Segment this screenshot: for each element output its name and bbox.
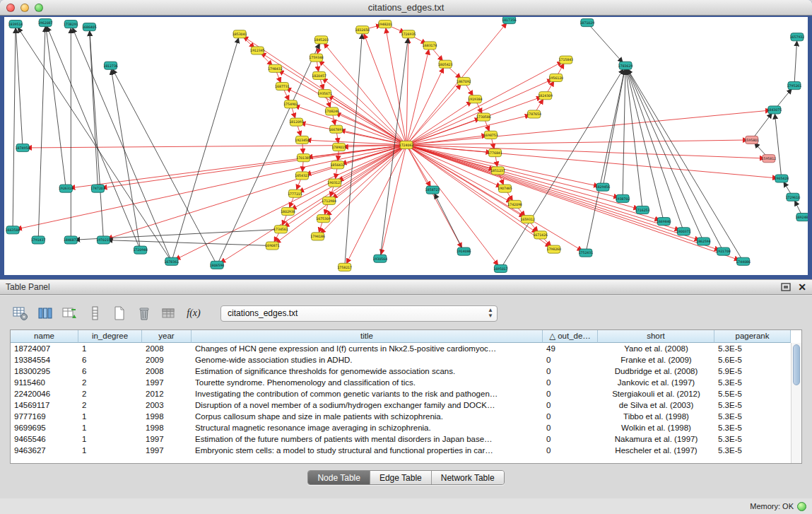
network-edge[interactable] [623, 66, 625, 199]
network-node[interactable]: 1921708 [716, 247, 731, 255]
network-node[interactable]: 1715843 [559, 56, 574, 64]
network-node[interactable]: 1690871 [265, 242, 280, 250]
network-edge[interactable] [406, 145, 683, 231]
network-node[interactable]: 1802938 [281, 207, 295, 215]
network-node[interactable]: 1758217 [337, 263, 352, 271]
network-edge[interactable] [345, 145, 406, 267]
network-node[interactable]: 1752431 [579, 249, 594, 257]
table-row[interactable]: 969969511998Structural magnetic resonanc… [11, 422, 791, 433]
network-node[interactable]: 1787654 [526, 110, 541, 118]
column-header-out_de[interactable]: △ out_de… [543, 330, 598, 343]
column-header-year[interactable]: year [142, 330, 192, 343]
network-node[interactable]: 1853041 [233, 30, 247, 38]
network-edge[interactable] [325, 93, 406, 145]
column-header-in_degree[interactable]: in_degree [78, 330, 142, 343]
close-panel-icon[interactable]: ✕ [798, 283, 806, 291]
network-node[interactable]: 1930564 [373, 255, 388, 262]
rows-icon[interactable] [86, 304, 104, 322]
network-node[interactable]: 1923450 [295, 136, 310, 144]
column-header-pagerank[interactable]: pagerank [714, 330, 791, 343]
import-table-icon[interactable] [160, 304, 178, 322]
network-edge[interactable] [406, 115, 534, 145]
network-edge[interactable] [775, 110, 782, 178]
network-node[interactable]: 1824309 [538, 92, 553, 100]
network-edge[interactable] [217, 40, 322, 264]
network-window-titlebar[interactable]: citations_edges.txt [0, 0, 812, 16]
network-edge[interactable] [406, 34, 408, 145]
network-node[interactable]: 1747203 [90, 185, 105, 192]
network-node[interactable]: 1806594 [210, 261, 225, 269]
network-node[interactable]: 1738291 [64, 21, 78, 28]
show-columns-icon[interactable] [36, 304, 54, 322]
table-scrollbar[interactable] [791, 343, 801, 463]
network-node[interactable]: 1839514 [8, 21, 23, 28]
network-edge[interactable] [625, 66, 664, 221]
network-node[interactable]: 1856432 [330, 161, 345, 169]
network-edge[interactable] [406, 45, 430, 145]
network-node[interactable]: 1817356 [502, 17, 517, 24]
network-node[interactable]: 1734561 [273, 226, 288, 233]
network-node[interactable]: 1798260 [546, 245, 561, 253]
network-node[interactable]: 1744086 [736, 257, 751, 265]
network-node[interactable]: 1654321 [295, 172, 310, 180]
network-node[interactable]: 1970215 [96, 236, 111, 244]
network-node[interactable]: 1935671 [317, 90, 332, 98]
network-node[interactable]: 1595801 [744, 136, 759, 144]
network-edge[interactable] [406, 81, 464, 145]
network-node[interactable]: 1695017 [493, 264, 508, 272]
table-row[interactable]: 1938455462009Genome-wide association stu… [11, 354, 791, 366]
network-node[interactable]: 1919384 [468, 95, 483, 103]
network-node[interactable]: 1659312 [520, 216, 535, 223]
network-edge[interactable] [406, 145, 703, 241]
network-node[interactable]: 1798432 [268, 64, 283, 72]
network-node[interactable]: 1845203 [314, 36, 329, 44]
network-edge[interactable] [16, 24, 23, 148]
network-edge[interactable] [38, 23, 45, 240]
network-node[interactable]: 1701385 [296, 154, 311, 162]
network-node[interactable]: 1716253 [635, 206, 650, 214]
table-row[interactable]: 1830029562008Estimation of significance … [11, 366, 791, 377]
network-node[interactable]: 1777215 [288, 189, 302, 197]
network-node[interactable]: 1791437 [31, 236, 46, 244]
add-column-icon[interactable] [61, 304, 79, 322]
column-header-title[interactable]: title [192, 330, 543, 343]
network-canvas[interactable]: 1724062185304119123451798432168773117549… [4, 17, 808, 275]
network-node[interactable]: 1783629 [618, 62, 633, 69]
network-node[interactable]: 1820457 [312, 71, 326, 79]
network-node[interactable]: 1962087 [38, 19, 53, 27]
function-builder-icon[interactable]: f(x) [184, 304, 203, 322]
network-node[interactable]: 1692483 [796, 214, 808, 221]
scrollbar-thumb[interactable] [793, 344, 800, 385]
network-node[interactable]: 1832650 [355, 26, 370, 34]
network-edge[interactable] [586, 66, 625, 253]
network-node[interactable]: 1938702 [616, 194, 630, 202]
network-node[interactable]: 1926318 [59, 185, 73, 192]
network-node[interactable]: 1687731 [275, 83, 290, 90]
network-node[interactable]: 1776841 [488, 149, 502, 157]
table-row[interactable]: 911546021997Tourette syndrome. Phenomeno… [11, 377, 791, 388]
network-node[interactable]: 1965428 [775, 175, 789, 182]
column-header-short[interactable]: short [598, 330, 714, 343]
network-node[interactable]: 1948201 [378, 21, 393, 28]
network-node[interactable]: 1742098 [507, 200, 522, 208]
network-node[interactable]: 1871029 [580, 19, 595, 27]
network-edge[interactable] [625, 66, 683, 232]
network-node[interactable]: 1907465 [498, 185, 512, 192]
network-node[interactable]: 1789015 [331, 143, 346, 151]
network-node[interactable]: 1595812 [762, 155, 777, 163]
network-node[interactable]: 1812093 [289, 118, 304, 126]
network-node[interactable]: 1754902 [283, 100, 298, 108]
network-node[interactable]: 1956120 [548, 74, 563, 81]
network-node[interactable]: 1829456 [596, 183, 611, 191]
table-row[interactable]: 946362711997Embryonic stem cells: a mode… [11, 445, 791, 456]
network-edge[interactable] [406, 110, 775, 145]
network-node[interactable]: 1903127 [327, 179, 342, 187]
network-node[interactable]: 1667893 [329, 125, 343, 133]
network-node[interactable]: 1698753 [483, 131, 498, 139]
network-node[interactable]: 1726935 [401, 30, 416, 38]
network-node[interactable]: 1671426 [533, 231, 548, 239]
network-node[interactable]: 1862594 [696, 238, 711, 245]
network-edge[interactable] [752, 110, 775, 139]
network-node[interactable]: 1912345 [250, 47, 265, 54]
network-node[interactable]: 1794186 [310, 233, 325, 240]
